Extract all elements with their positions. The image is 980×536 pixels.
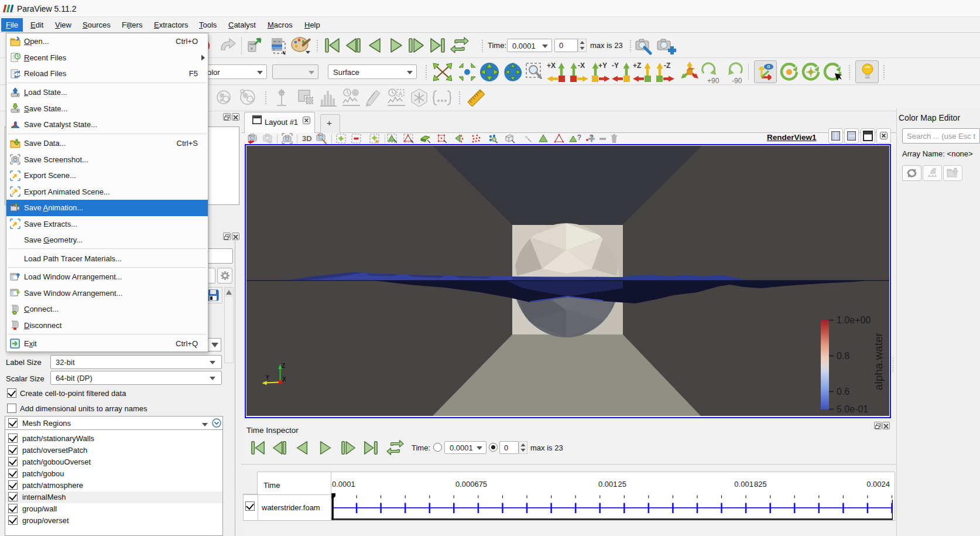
- svg-text:+Y: +Y: [598, 62, 607, 70]
- svg-text:+Z: +Z: [633, 62, 641, 70]
- svg-text:0.001 25: 0.001 25: [598, 480, 626, 489]
- svg-text:0.001 825: 0.001 825: [734, 480, 766, 489]
- svg-text:0.6: 0.6: [837, 387, 849, 397]
- svg-text:Z: Z: [282, 363, 285, 369]
- svg-text:5.0e-01: 5.0e-01: [837, 404, 868, 414]
- svg-text:-Z: -Z: [664, 62, 670, 70]
- svg-text:-X: -X: [578, 62, 585, 70]
- svg-text:X: X: [282, 376, 286, 383]
- svg-text:0.8: 0.8: [837, 351, 849, 361]
- svg-text:1.0e+00: 1.0e+00: [837, 315, 871, 325]
- svg-text:+X: +X: [547, 62, 556, 70]
- svg-text:+90: +90: [707, 77, 719, 84]
- svg-text:-Y: -Y: [612, 62, 619, 70]
- svg-text:0.0001: 0.0001: [332, 480, 355, 489]
- svg-text:0.000675: 0.000675: [455, 480, 487, 489]
- svg-text:Y: Y: [266, 374, 270, 381]
- svg-text:-90: -90: [732, 77, 742, 84]
- svg-text:?: ?: [577, 134, 581, 142]
- svg-text:0.0024: 0.0024: [866, 480, 890, 489]
- svg-text:alpha.water: alpha.water: [872, 332, 885, 390]
